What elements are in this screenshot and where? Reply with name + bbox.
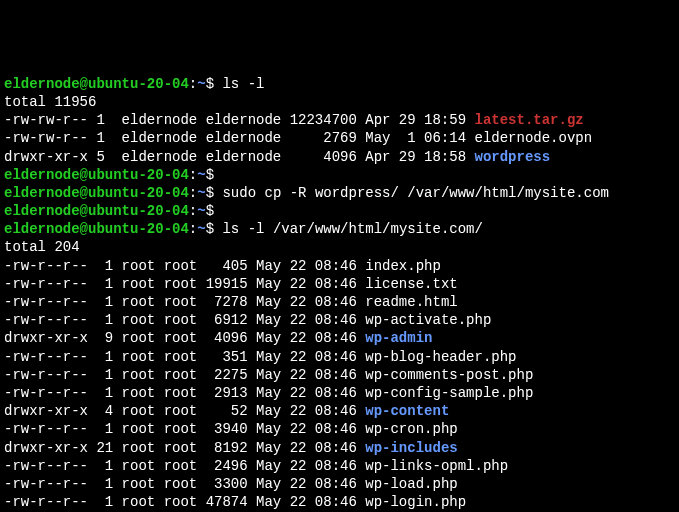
file-entry: -rw-r--r-- 1 root root 47874 May 22 08:4… [4, 493, 675, 511]
file-entry: -rw-r--r-- 1 root root 19915 May 22 08:4… [4, 275, 675, 293]
file-name: readme.html [365, 294, 457, 310]
user-host: eldernode@ubuntu-20-04 [4, 221, 189, 237]
file-meta: -rw-r--r-- 1 root root 2913 May 22 08:46 [4, 385, 365, 401]
file-meta: -rw-r--r-- 1 root root 405 May 22 08:46 [4, 258, 365, 274]
prompt-line: eldernode@ubuntu-20-04:~$ [4, 166, 675, 184]
file-name: index.php [365, 258, 441, 274]
prompt-path: ~ [197, 221, 205, 237]
file-name: wordpress [474, 149, 550, 165]
file-entry: -rw-rw-r-- 1 eldernode eldernode 1223470… [4, 111, 675, 129]
file-entry: drwxr-xr-x 4 root root 52 May 22 08:46 w… [4, 402, 675, 420]
prompt-path: ~ [197, 203, 205, 219]
file-entry: -rw-r--r-- 1 root root 351 May 22 08:46 … [4, 348, 675, 366]
file-meta: -rw-r--r-- 1 root root 7278 May 22 08:46 [4, 294, 365, 310]
file-name: wp-includes [365, 440, 457, 456]
prompt-line: eldernode@ubuntu-20-04:~$ ls -l /var/www… [4, 220, 675, 238]
prompt-line: eldernode@ubuntu-20-04:~$ ls -l [4, 75, 675, 93]
file-meta: -rw-r--r-- 1 root root 19915 May 22 08:4… [4, 276, 365, 292]
file-meta: -rw-r--r-- 1 root root 3300 May 22 08:46 [4, 476, 365, 492]
prompt-path: ~ [197, 76, 205, 92]
prompt-sep: : [189, 203, 197, 219]
file-meta: drwxr-xr-x 5 eldernode eldernode 4096 Ap… [4, 149, 474, 165]
file-entry: drwxr-xr-x 9 root root 4096 May 22 08:46… [4, 329, 675, 347]
file-meta: -rw-rw-r-- 1 eldernode eldernode 2769 Ma… [4, 130, 474, 146]
file-entry: drwxr-xr-x 21 root root 8192 May 22 08:4… [4, 439, 675, 457]
file-meta: -rw-r--r-- 1 root root 47874 May 22 08:4… [4, 494, 365, 510]
file-entry: -rw-r--r-- 1 root root 405 May 22 08:46 … [4, 257, 675, 275]
file-name: license.txt [365, 276, 457, 292]
file-meta: -rw-r--r-- 1 root root 351 May 22 08:46 [4, 349, 365, 365]
prompt-symbol: $ [206, 185, 223, 201]
file-entry: -rw-r--r-- 1 root root 3300 May 22 08:46… [4, 475, 675, 493]
file-meta: drwxr-xr-x 21 root root 8192 May 22 08:4… [4, 440, 365, 456]
user-host: eldernode@ubuntu-20-04 [4, 76, 189, 92]
file-name: wp-comments-post.php [365, 367, 533, 383]
file-meta: drwxr-xr-x 4 root root 52 May 22 08:46 [4, 403, 365, 419]
file-name: latest.tar.gz [474, 112, 583, 128]
file-name: wp-links-opml.php [365, 458, 508, 474]
user-host: eldernode@ubuntu-20-04 [4, 185, 189, 201]
prompt-symbol: $ [206, 76, 223, 92]
file-name: wp-activate.php [365, 312, 491, 328]
file-name: wp-login.php [365, 494, 466, 510]
total-line: total 11956 [4, 93, 675, 111]
file-entry: -rw-r--r-- 1 root root 2275 May 22 08:46… [4, 366, 675, 384]
terminal-output[interactable]: eldernode@ubuntu-20-04:~$ ls -ltotal 119… [4, 75, 675, 512]
user-host: eldernode@ubuntu-20-04 [4, 203, 189, 219]
file-name: wp-cron.php [365, 421, 457, 437]
file-name: wp-content [365, 403, 449, 419]
file-meta: -rw-r--r-- 1 root root 2275 May 22 08:46 [4, 367, 365, 383]
user-host: eldernode@ubuntu-20-04 [4, 167, 189, 183]
file-name: wp-admin [365, 330, 432, 346]
file-meta: -rw-r--r-- 1 root root 2496 May 22 08:46 [4, 458, 365, 474]
prompt-symbol: $ [206, 167, 223, 183]
command-text: ls -l [222, 76, 264, 92]
prompt-path: ~ [197, 167, 205, 183]
total-line: total 204 [4, 238, 675, 256]
file-entry: -rw-r--r-- 1 root root 3940 May 22 08:46… [4, 420, 675, 438]
prompt-line: eldernode@ubuntu-20-04:~$ sudo cp -R wor… [4, 184, 675, 202]
command-text: ls -l /var/www/html/mysite.com/ [222, 221, 482, 237]
prompt-symbol: $ [206, 203, 223, 219]
file-meta: -rw-r--r-- 1 root root 3940 May 22 08:46 [4, 421, 365, 437]
file-entry: -rw-r--r-- 1 root root 2913 May 22 08:46… [4, 384, 675, 402]
prompt-sep: : [189, 76, 197, 92]
file-entry: drwxr-xr-x 5 eldernode eldernode 4096 Ap… [4, 148, 675, 166]
file-name: wp-load.php [365, 476, 457, 492]
file-entry: -rw-r--r-- 1 root root 6912 May 22 08:46… [4, 311, 675, 329]
prompt-path: ~ [197, 185, 205, 201]
file-meta: drwxr-xr-x 9 root root 4096 May 22 08:46 [4, 330, 365, 346]
file-name: wp-blog-header.php [365, 349, 516, 365]
prompt-line: eldernode@ubuntu-20-04:~$ [4, 202, 675, 220]
file-name: wp-config-sample.php [365, 385, 533, 401]
prompt-sep: : [189, 185, 197, 201]
file-meta: -rw-rw-r-- 1 eldernode eldernode 1223470… [4, 112, 474, 128]
prompt-sep: : [189, 167, 197, 183]
file-name: eldernode.ovpn [474, 130, 592, 146]
file-meta: -rw-r--r-- 1 root root 6912 May 22 08:46 [4, 312, 365, 328]
prompt-sep: : [189, 221, 197, 237]
file-entry: -rw-r--r-- 1 root root 2496 May 22 08:46… [4, 457, 675, 475]
file-entry: -rw-r--r-- 1 root root 7278 May 22 08:46… [4, 293, 675, 311]
file-entry: -rw-rw-r-- 1 eldernode eldernode 2769 Ma… [4, 129, 675, 147]
command-text: sudo cp -R wordpress/ /var/www/html/mysi… [222, 185, 608, 201]
prompt-symbol: $ [206, 221, 223, 237]
